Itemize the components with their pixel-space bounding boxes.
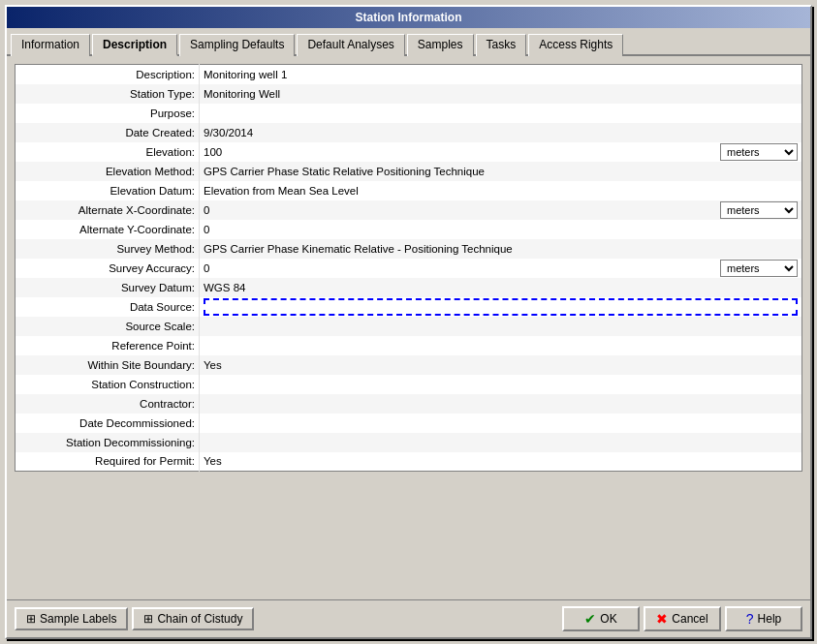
tab-samples[interactable]: Samples bbox=[407, 34, 474, 56]
form-row-alt-x-coord: Alternate X-Coordinate:0meters bbox=[16, 200, 802, 220]
value-station-decommissioning bbox=[200, 433, 802, 452]
tab-information[interactable]: Information bbox=[11, 34, 90, 56]
help-label: Help bbox=[758, 612, 782, 626]
label-alt-x-coord: Alternate X-Coordinate: bbox=[16, 200, 200, 220]
form-row-date-created: Date Created:9/30/2014 bbox=[16, 123, 802, 142]
form-row-source-scale: Source Scale: bbox=[16, 317, 802, 336]
check-icon: ✔ bbox=[584, 611, 596, 627]
label-station-construction: Station Construction: bbox=[16, 375, 200, 394]
label-required-for-permit: Required for Permit: bbox=[16, 452, 200, 472]
label-within-site-boundary: Within Site Boundary: bbox=[16, 355, 200, 375]
value-survey-method: GPS Carrier Phase Kinematic Relative - P… bbox=[200, 239, 802, 259]
help-icon: ? bbox=[746, 611, 754, 627]
value-description: Monitoring well 1 bbox=[200, 65, 802, 84]
sample-labels-button[interactable]: ⊞ Sample Labels bbox=[15, 607, 128, 630]
form-row-alt-y-coord: Alternate Y-Coordinate:0 bbox=[16, 220, 802, 239]
chain-icon: ⊞ bbox=[143, 612, 153, 626]
unit-select-survey-accuracy[interactable]: meters bbox=[720, 260, 798, 277]
value-source-scale bbox=[200, 317, 802, 336]
value-date-decommissioned bbox=[200, 414, 802, 433]
form-row-survey-method: Survey Method:GPS Carrier Phase Kinemati… bbox=[16, 239, 802, 259]
value-data-source bbox=[200, 297, 802, 317]
value-station-type: Monitoring Well bbox=[200, 84, 802, 104]
value-text-elevation-method: GPS Carrier Phase Static Relative Positi… bbox=[204, 166, 485, 177]
form-row-elevation: Elevation:100meters bbox=[16, 142, 802, 162]
value-text-alt-x-coord: 0 bbox=[204, 204, 716, 216]
label-date-decommissioned: Date Decommissioned: bbox=[16, 414, 200, 433]
label-date-created: Date Created: bbox=[16, 123, 200, 142]
help-button[interactable]: ? Help bbox=[725, 606, 802, 631]
label-purpose: Purpose: bbox=[16, 104, 200, 123]
value-text-elevation-datum: Elevation from Mean Sea Level bbox=[204, 185, 359, 197]
form-row-required-for-permit: Required for Permit:Yes bbox=[16, 452, 802, 472]
label-description: Description: bbox=[16, 65, 200, 84]
footer-left: ⊞ Sample Labels ⊞ Chain of Cistudy bbox=[15, 607, 254, 630]
title-bar: Station Information bbox=[7, 7, 810, 28]
table-icon: ⊞ bbox=[26, 612, 36, 626]
cancel-label: Cancel bbox=[672, 612, 707, 626]
label-elevation: Elevation: bbox=[16, 142, 200, 162]
label-station-type: Station Type: bbox=[16, 84, 200, 104]
form-row-reference-point: Reference Point: bbox=[16, 336, 802, 355]
form-row-purpose: Purpose: bbox=[16, 104, 802, 123]
label-station-decommissioning: Station Decommissioning: bbox=[16, 433, 200, 452]
value-station-construction bbox=[200, 375, 802, 394]
value-alt-x-coord: 0meters bbox=[200, 200, 802, 220]
label-data-source: Data Source: bbox=[16, 297, 200, 317]
value-survey-datum: WGS 84 bbox=[200, 278, 802, 297]
sample-labels-label: Sample Labels bbox=[40, 612, 116, 626]
value-text-date-created: 9/30/2014 bbox=[204, 127, 253, 138]
chain-of-custody-label: Chain of Cistudy bbox=[157, 612, 242, 626]
value-alt-y-coord: 0 bbox=[200, 220, 802, 239]
value-survey-accuracy: 0meters bbox=[200, 259, 802, 278]
value-text-survey-accuracy: 0 bbox=[204, 262, 716, 274]
window-title: Station Information bbox=[356, 11, 462, 24]
value-text-elevation: 100 bbox=[204, 146, 716, 158]
unit-select-alt-x-coord[interactable]: meters bbox=[720, 201, 798, 219]
value-date-created: 9/30/2014 bbox=[200, 123, 802, 142]
value-text-alt-y-coord: 0 bbox=[204, 224, 209, 235]
form-table: Description:Monitoring well 1Station Typ… bbox=[15, 64, 802, 472]
label-alt-y-coord: Alternate Y-Coordinate: bbox=[16, 220, 200, 239]
value-text-survey-datum: WGS 84 bbox=[204, 282, 245, 293]
tab-access-rights[interactable]: Access Rights bbox=[528, 34, 623, 56]
label-survey-method: Survey Method: bbox=[16, 239, 200, 259]
tab-description[interactable]: Description bbox=[92, 34, 177, 56]
value-text-survey-method: GPS Carrier Phase Kinematic Relative - P… bbox=[204, 243, 513, 255]
form-row-elevation-method: Elevation Method:GPS Carrier Phase Stati… bbox=[16, 162, 802, 181]
value-reference-point bbox=[200, 336, 802, 355]
form-row-survey-datum: Survey Datum:WGS 84 bbox=[16, 278, 802, 297]
value-required-for-permit: Yes bbox=[200, 452, 802, 472]
x-icon: ✖ bbox=[656, 611, 668, 627]
tab-bar: InformationDescriptionSampling DefaultsD… bbox=[7, 28, 810, 56]
ok-button[interactable]: ✔ OK bbox=[562, 606, 640, 631]
label-survey-datum: Survey Datum: bbox=[16, 278, 200, 297]
input-data-source[interactable] bbox=[204, 298, 798, 316]
main-window: Station Information InformationDescripti… bbox=[5, 5, 812, 639]
footer-right: ✔ OK ✖ Cancel ? Help bbox=[562, 606, 802, 631]
form-row-description: Description:Monitoring well 1 bbox=[16, 65, 802, 84]
label-contractor: Contractor: bbox=[16, 394, 200, 414]
form-row-station-decommissioning: Station Decommissioning: bbox=[16, 433, 802, 452]
form-row-elevation-datum: Elevation Datum:Elevation from Mean Sea … bbox=[16, 181, 802, 200]
form-row-station-construction: Station Construction: bbox=[16, 375, 802, 394]
label-survey-accuracy: Survey Accuracy: bbox=[16, 259, 200, 278]
form-row-within-site-boundary: Within Site Boundary:Yes bbox=[16, 355, 802, 375]
form-row-contractor: Contractor: bbox=[16, 394, 802, 414]
form-row-station-type: Station Type:Monitoring Well bbox=[16, 84, 802, 104]
chain-of-custody-button[interactable]: ⊞ Chain of Cistudy bbox=[132, 607, 254, 630]
tab-sampling-defaults[interactable]: Sampling Defaults bbox=[179, 34, 295, 56]
value-within-site-boundary: Yes bbox=[200, 355, 802, 375]
form-row-survey-accuracy: Survey Accuracy:0meters bbox=[16, 259, 802, 278]
value-elevation: 100meters bbox=[200, 142, 802, 162]
label-source-scale: Source Scale: bbox=[16, 317, 200, 336]
form-row-date-decommissioned: Date Decommissioned: bbox=[16, 414, 802, 433]
label-reference-point: Reference Point: bbox=[16, 336, 200, 355]
tab-default-analyses[interactable]: Default Analyses bbox=[297, 34, 404, 56]
value-text-required-for-permit: Yes bbox=[204, 455, 222, 467]
tab-tasks[interactable]: Tasks bbox=[476, 34, 527, 56]
cancel-button[interactable]: ✖ Cancel bbox=[644, 606, 721, 631]
unit-select-elevation[interactable]: meters bbox=[720, 143, 798, 161]
value-elevation-datum: Elevation from Mean Sea Level bbox=[200, 181, 802, 200]
value-elevation-method: GPS Carrier Phase Static Relative Positi… bbox=[200, 162, 802, 181]
